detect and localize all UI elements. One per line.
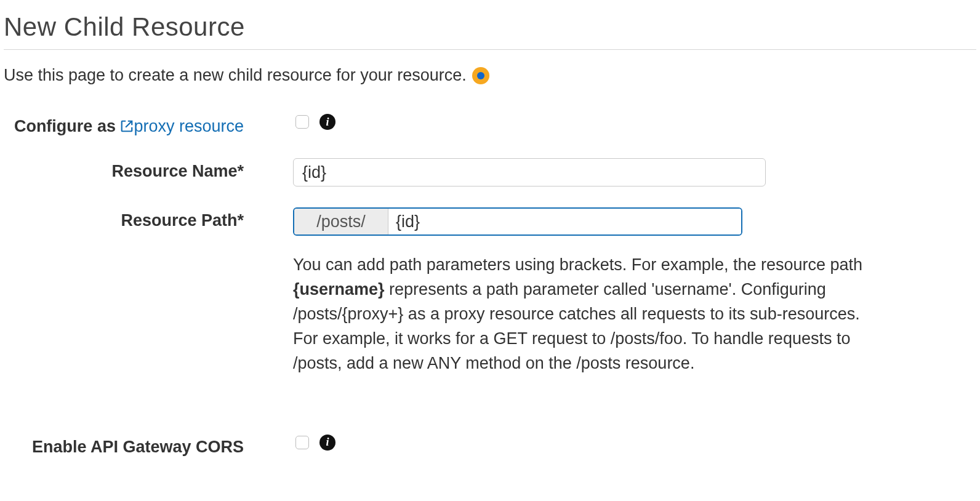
loading-indicator-icon bbox=[472, 66, 490, 85]
proxy-resource-link[interactable]: proxy resource bbox=[120, 117, 244, 135]
configure-as-label-text: Configure as bbox=[14, 117, 121, 135]
resource-path-prefix: /posts/ bbox=[294, 209, 388, 234]
page-title: New Child Resource bbox=[4, 12, 976, 42]
configure-as-proxy-checkbox[interactable] bbox=[295, 115, 309, 129]
enable-cors-checkbox[interactable] bbox=[295, 436, 309, 449]
info-icon[interactable]: i bbox=[319, 114, 335, 130]
info-icon[interactable]: i bbox=[319, 435, 335, 451]
external-link-icon bbox=[120, 118, 134, 137]
proxy-resource-link-text: proxy resource bbox=[134, 117, 244, 135]
intro-text: Use this page to create a new child reso… bbox=[4, 66, 467, 85]
resource-path-label: Resource Path* bbox=[4, 207, 293, 230]
resource-name-label: Resource Name* bbox=[4, 158, 293, 181]
help-text-pre: You can add path parameters using bracke… bbox=[293, 255, 862, 274]
help-text-bold: {username} bbox=[293, 280, 385, 299]
resource-path-input[interactable] bbox=[388, 209, 741, 234]
cors-label: Enable API Gateway CORS bbox=[4, 434, 293, 457]
resource-path-group: /posts/ bbox=[293, 207, 742, 236]
configure-as-label: Configure as proxy resource bbox=[4, 113, 293, 137]
resource-name-input[interactable] bbox=[293, 158, 766, 186]
divider bbox=[4, 49, 976, 50]
resource-path-help: You can add path parameters using bracke… bbox=[293, 253, 866, 376]
